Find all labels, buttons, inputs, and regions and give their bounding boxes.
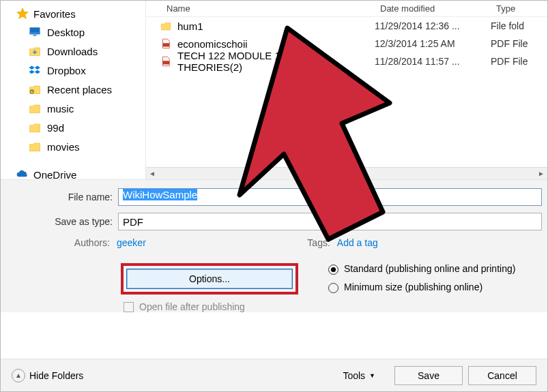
save-button[interactable]: Save [394, 366, 463, 385]
radio-icon [328, 283, 338, 293]
file-type: PDF File [491, 56, 547, 67]
pdf-icon [160, 55, 172, 67]
sidebar-item-music[interactable]: music [16, 99, 145, 118]
svg-rect-6 [163, 61, 170, 64]
col-header-name[interactable]: Name [146, 3, 375, 14]
filename-input[interactable]: WikiHowSample [118, 188, 542, 206]
file-type: File fold [491, 20, 547, 31]
column-headers[interactable]: Name Date modified Type [146, 1, 547, 17]
sidebar-item-movies[interactable]: movies [16, 137, 145, 156]
folder-icon [28, 102, 42, 115]
svg-rect-3 [33, 35, 37, 36]
tags-label: Tags: [303, 237, 337, 248]
authors-value[interactable]: geeker [117, 237, 146, 248]
sidebar-item-label: Downloads [47, 46, 98, 57]
radio-icon [328, 265, 338, 275]
favorites-header[interactable]: Favorites [16, 5, 145, 22]
tags-value[interactable]: Add a tag [337, 237, 378, 248]
horizontal-scrollbar[interactable]: ◄ ► [146, 167, 547, 179]
onedrive-icon [16, 168, 29, 179]
folder-icon [160, 20, 172, 32]
sidebar-item-label: Desktop [47, 27, 85, 38]
dialog-footer: ▲ Hide Folders Tools ▼ Save Cancel [1, 359, 547, 391]
file-date: 12/3/2014 1:25 AM [375, 38, 491, 49]
optimize-minimum-label: Minimum size (publishing online) [344, 282, 482, 292]
file-name: hum1 [177, 20, 203, 32]
open-after-checkbox[interactable]: Open file after publishing [121, 301, 328, 312]
favorites-label: Favorites [33, 8, 76, 20]
onedrive-header[interactable]: OneDrive [16, 166, 145, 179]
save-form: File name: WikiHowSample Save as type: P… [1, 180, 547, 312]
file-date: 11/29/2014 12:36 ... [375, 20, 491, 31]
col-header-type[interactable]: Type [491, 3, 547, 14]
options-highlight: Options... [121, 263, 298, 295]
optimize-standard-label: Standard (publishing online and printing… [344, 263, 515, 274]
file-row[interactable]: TECH 122 MODULE 1 COLOR THEORIES(2) 11/2… [146, 52, 547, 70]
folder-icon [28, 140, 42, 153]
svg-rect-5 [163, 43, 170, 46]
savetype-dropdown[interactable]: PDF [118, 213, 542, 230]
desktop-icon [28, 25, 42, 39]
filename-label: File name: [1, 192, 118, 202]
pdf-icon [160, 37, 172, 50]
sidebar-item-label: Recent places [47, 84, 112, 95]
onedrive-label: OneDrive [33, 169, 76, 180]
optimize-standard-radio[interactable]: Standard (publishing online and printing… [328, 263, 534, 275]
chevron-up-icon: ▲ [12, 369, 25, 382]
sidebar-item-recent[interactable]: Recent places [16, 80, 145, 99]
sidebar-item-desktop[interactable]: Desktop [16, 22, 145, 42]
sidebar-item-label: music [47, 103, 74, 115]
savetype-label: Save as type: [1, 216, 118, 227]
authors-label: Authors: [48, 237, 117, 248]
options-button[interactable]: Options... [126, 269, 293, 289]
downloads-icon [28, 44, 42, 58]
file-row[interactable]: hum1 11/29/2014 12:36 ... File fold [146, 17, 547, 35]
tools-dropdown[interactable]: Tools ▼ [343, 370, 375, 381]
recent-places-icon [28, 82, 42, 96]
folder-icon [28, 121, 42, 134]
file-name: TECH 122 MODULE 1 COLOR THEORIES(2) [177, 50, 375, 73]
chevron-down-icon: ▼ [369, 372, 375, 379]
cancel-button[interactable]: Cancel [468, 366, 536, 385]
file-list: Name Date modified Type hum1 11/29/2014 … [145, 1, 547, 179]
file-date: 11/28/2014 11:57 ... [375, 56, 491, 67]
star-icon [16, 7, 29, 20]
dropbox-icon [28, 63, 42, 77]
sidebar-item-label: 99d [47, 122, 64, 134]
scroll-left-icon[interactable]: ◄ [146, 168, 158, 179]
hide-folders-button[interactable]: ▲ Hide Folders [12, 369, 83, 382]
sidebar-item-label: Dropbox [47, 65, 86, 76]
file-type: PDF File [491, 38, 547, 49]
svg-marker-0 [17, 8, 29, 19]
sidebar-item-label: movies [47, 141, 80, 153]
open-after-label: Open file after publishing [139, 301, 245, 312]
sidebar-item-downloads[interactable]: Downloads [16, 42, 145, 61]
file-name: economicschoii [177, 38, 248, 50]
checkbox-icon [124, 302, 134, 312]
optimize-minimum-radio[interactable]: Minimum size (publishing online) [328, 282, 534, 293]
col-header-date[interactable]: Date modified [375, 3, 491, 14]
scroll-right-icon[interactable]: ► [535, 168, 547, 179]
navigation-sidebar: Favorites Desktop Downloads Dropbox [1, 1, 145, 179]
svg-rect-2 [30, 32, 40, 34]
sidebar-item-99d[interactable]: 99d [16, 118, 145, 137]
sidebar-item-dropbox[interactable]: Dropbox [16, 61, 145, 80]
